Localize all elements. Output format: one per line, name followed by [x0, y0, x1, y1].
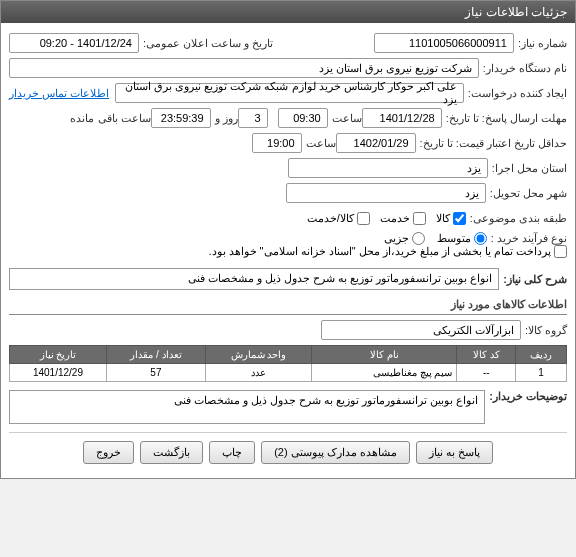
print-button[interactable]: چاپ [209, 441, 255, 464]
th-date: تاریخ نیاز [10, 346, 107, 364]
ptype-label: نوع فرآیند خرید : [491, 232, 567, 245]
deadline-label: مهلت ارسال پاسخ: تا تاریخ: [446, 112, 567, 125]
desc-box: انواع بوبین ترانسفورماتور توزیع به شرح ج… [9, 268, 499, 290]
need-no-field: 1101005066000911 [374, 33, 514, 53]
validity-hour-field: 19:00 [252, 133, 302, 153]
announce-dt-label: تاریخ و ساعت اعلان عمومی: [143, 37, 273, 50]
cell-qty: 57 [106, 364, 205, 382]
cat-goods-input[interactable] [453, 212, 466, 225]
category-label: طبقه بندی موضوعی: [470, 212, 567, 225]
titlebar: جزئیات اطلاعات نیاز [1, 1, 575, 23]
cell-date: 1401/12/29 [10, 364, 107, 382]
content-area: شماره نیاز: 1101005066000911 تاریخ و ساع… [1, 23, 575, 478]
goods-section-title: اطلاعات کالاهای مورد نیاز [9, 298, 567, 315]
th-code: کد کالا [457, 346, 516, 364]
remaining-label: ساعت باقی مانده [70, 112, 150, 125]
buyer-notes-label: توضیحات خریدار: [489, 390, 567, 403]
group-label: گروه کالا: [525, 324, 567, 337]
treasury-check[interactable]: پرداخت تمام یا بخشی از مبلغ خرید،از محل … [208, 245, 567, 258]
cat-service-check[interactable]: خدمت [380, 212, 426, 225]
cell-row: 1 [516, 364, 567, 382]
cat-both-input[interactable] [357, 212, 370, 225]
province-field: یزد [288, 158, 488, 178]
ptype-minor-input[interactable] [412, 232, 425, 245]
th-name: نام کالا [312, 346, 457, 364]
th-qty: تعداد / مقدار [106, 346, 205, 364]
cell-unit: عدد [205, 364, 311, 382]
ptype-medium-input[interactable] [474, 232, 487, 245]
announce-dt-field: 1401/12/24 - 09:20 [9, 33, 139, 53]
city-label: شهر محل تحویل: [490, 187, 567, 200]
window-title: جزئیات اطلاعات نیاز [465, 5, 567, 19]
validity-label: حداقل تاریخ اعتبار قیمت: تا تاریخ: [420, 137, 567, 150]
cat-both-check[interactable]: کالا/خدمت [307, 212, 370, 225]
cat-service-input[interactable] [413, 212, 426, 225]
items-table: ردیف کد کالا نام کالا واحد شمارش تعداد /… [9, 345, 567, 382]
day-label: روز و [215, 112, 238, 125]
attachments-button[interactable]: مشاهده مدارک پیوستی (2) [261, 441, 410, 464]
cell-code: -- [457, 364, 516, 382]
buyer-org-label: نام دستگاه خریدار: [483, 62, 567, 75]
deadline-date-field: 1401/12/28 [362, 108, 442, 128]
group-field: ابزارآلات الکتریکی [321, 320, 521, 340]
days-field: 3 [238, 108, 268, 128]
hour-label-2: ساعت [306, 137, 336, 150]
th-row: ردیف [516, 346, 567, 364]
treasury-input[interactable] [554, 245, 567, 258]
th-unit: واحد شمارش [205, 346, 311, 364]
reply-button[interactable]: پاسخ به نیاز [416, 441, 493, 464]
requester-field: علی اکبر حوکار کارشناس خرید لوازم شبکه ش… [115, 83, 464, 103]
cell-name: سیم پیچ مغناطیسی [312, 364, 457, 382]
requester-label: ایجاد کننده درخواست: [468, 87, 567, 100]
table-header-row: ردیف کد کالا نام کالا واحد شمارش تعداد /… [10, 346, 567, 364]
hour-label-1: ساعت [332, 112, 362, 125]
deadline-hour-field: 09:30 [278, 108, 328, 128]
table-row[interactable]: 1 -- سیم پیچ مغناطیسی عدد 57 1401/12/29 [10, 364, 567, 382]
need-no-label: شماره نیاز: [518, 37, 567, 50]
desc-title-label: شرح کلی نیاز: [503, 273, 567, 286]
need-details-window: جزئیات اطلاعات نیاز شماره نیاز: 11010050… [0, 0, 576, 479]
exit-button[interactable]: خروج [83, 441, 134, 464]
ptype-medium-radio[interactable]: متوسط [437, 232, 487, 245]
ptype-minor-radio[interactable]: جزیی [384, 232, 425, 245]
city-field: یزد [286, 183, 486, 203]
footer-buttons: پاسخ به نیاز مشاهده مدارک پیوستی (2) چاپ… [9, 432, 567, 472]
remain-time-field: 23:59:39 [151, 108, 211, 128]
validity-date-field: 1402/01/29 [336, 133, 416, 153]
back-button[interactable]: بازگشت [140, 441, 203, 464]
province-label: استان محل اجرا: [492, 162, 567, 175]
contact-link[interactable]: اطلاعات تماس خریدار [9, 87, 109, 100]
cat-goods-check[interactable]: کالا [436, 212, 466, 225]
buyer-notes-box: انواع بوبین ترانسفورماتور توزیع به شرح ج… [9, 390, 485, 424]
buyer-org-field: شرکت توزیع نیروی برق استان یزد [9, 58, 479, 78]
